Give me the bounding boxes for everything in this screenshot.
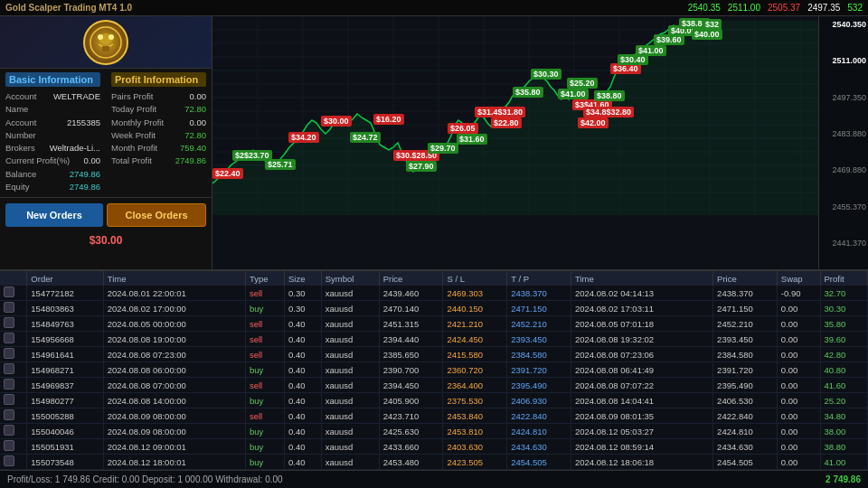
- row-open-time: 2024.08.09 08:00:00: [103, 424, 245, 439]
- row-profit: 25.20: [820, 393, 867, 408]
- row-sl: 2440.150: [443, 301, 507, 316]
- row-size: 0.40: [284, 332, 321, 347]
- today-profit-row: Today Profit 72.80: [111, 103, 206, 116]
- row-icon: [0, 332, 27, 347]
- row-close-price: 2454.505: [713, 455, 778, 470]
- row-type: sell: [245, 316, 284, 332]
- row-size: 0.40: [284, 316, 321, 332]
- col-icon: [0, 271, 27, 286]
- row-tp: 2406.930: [507, 393, 571, 408]
- table-row[interactable]: 155073548 2024.08.12 18:00:01 buy 0.40 x…: [0, 455, 868, 470]
- info-panels: Basic Information Account Name WELTRADE …: [0, 69, 212, 198]
- row-sl: 2469.303: [443, 286, 507, 301]
- row-profit: 41.00: [820, 455, 867, 470]
- status-bar: Profit/Loss: 1 749.86 Credit: 0.00 Depos…: [0, 470, 868, 488]
- basic-info-header: Basic Information: [5, 72, 100, 87]
- col-size: Size: [284, 271, 321, 286]
- row-close-price: 2422.840: [713, 408, 778, 424]
- axis-price: 2469.880: [821, 165, 866, 174]
- row-symbol: xauusd: [321, 439, 379, 455]
- table-row[interactable]: 155051931 2024.08.12 09:00:01 buy 0.40 x…: [0, 439, 868, 455]
- col-open-time: Time: [103, 271, 245, 286]
- row-icon: [0, 455, 27, 470]
- row-open-price: 2453.480: [379, 455, 443, 470]
- row-symbol: xauusd: [321, 424, 379, 439]
- table-row[interactable]: 154969837 2024.08.08 07:00:00 sell 0.40 …: [0, 378, 868, 393]
- table-row[interactable]: 154849763 2024.08.05 00:00:00 sell 0.40 …: [0, 316, 868, 332]
- pairs-profit-row: Pairs Profit 0.00: [111, 90, 206, 103]
- row-swap: 0.00: [777, 393, 820, 408]
- price-4: 2497.35: [807, 3, 840, 13]
- row-swap: 0.00: [777, 347, 820, 362]
- row-icon: [0, 424, 27, 439]
- row-close-price: 2384.580: [713, 347, 778, 362]
- row-symbol: xauusd: [321, 316, 379, 332]
- table-row[interactable]: 154968271 2024.08.08 06:00:00 buy 0.40 x…: [0, 362, 868, 378]
- row-type: buy: [245, 393, 284, 408]
- row-type: buy: [245, 455, 284, 470]
- row-sl: 2424.450: [443, 332, 507, 347]
- table-row[interactable]: 154803863 2024.08.02 17:00:00 buy 0.30 x…: [0, 301, 868, 316]
- row-symbol: xauusd: [321, 347, 379, 362]
- col-tp: T / P: [507, 271, 571, 286]
- row-symbol: xauusd: [321, 393, 379, 408]
- col-type: Type: [245, 271, 284, 286]
- table-row[interactable]: 155005288 2024.08.09 08:00:00 sell 0.40 …: [0, 408, 868, 424]
- col-order: Order: [27, 271, 103, 286]
- table-row[interactable]: 154772182 2024.08.01 22:00:01 sell 0.30 …: [0, 286, 868, 301]
- row-open-time: 2024.08.12 18:00:01: [103, 455, 245, 470]
- table-row[interactable]: 154980277 2024.08.08 14:00:00 buy 0.40 x…: [0, 393, 868, 408]
- new-orders-button[interactable]: New Orders: [5, 203, 103, 227]
- col-swap: Swap: [777, 271, 820, 286]
- table-row[interactable]: 155040046 2024.08.09 08:00:00 buy 0.40 x…: [0, 424, 868, 439]
- row-sl: 2403.630: [443, 439, 507, 455]
- row-open-price: 2433.660: [379, 439, 443, 455]
- row-order: 154968271: [27, 362, 103, 378]
- row-type: sell: [245, 347, 284, 362]
- row-close-time: 2024.08.08 06:41:49: [571, 362, 712, 378]
- row-profit: 38.80: [820, 439, 867, 455]
- row-order: 155051931: [27, 439, 103, 455]
- balance-row: Balance 2749.86: [5, 168, 100, 181]
- row-close-price: 2393.450: [713, 332, 778, 347]
- row-open-price: 2385.650: [379, 347, 443, 362]
- price-1: 2540.35: [688, 3, 721, 13]
- row-sl: 2415.580: [443, 347, 507, 362]
- row-icon: [0, 439, 27, 455]
- row-open-time: 2024.08.08 19:00:00: [103, 332, 245, 347]
- trade-tbody: 154772182 2024.08.01 22:00:01 sell 0.30 …: [0, 286, 868, 470]
- row-order: 154849763: [27, 316, 103, 332]
- row-close-time: 2024.08.02 17:03:11: [571, 301, 712, 316]
- close-orders-button[interactable]: Close Orders: [107, 203, 206, 227]
- row-open-time: 2024.08.02 17:00:00: [103, 301, 245, 316]
- row-open-time: 2024.08.08 06:00:00: [103, 362, 245, 378]
- row-close-price: 2434.630: [713, 439, 778, 455]
- row-type: sell: [245, 378, 284, 393]
- row-sl: 2453.840: [443, 408, 507, 424]
- row-close-time: 2024.08.12 05:03:27: [571, 424, 712, 439]
- row-tp: 2452.210: [507, 316, 571, 332]
- row-size: 0.40: [284, 408, 321, 424]
- trades-table-area: Order Time Type Size Symbol Price S / L …: [0, 269, 868, 470]
- price-display: 2540.35 2511.00 2505.37 2497.35 532: [688, 3, 863, 13]
- row-tp: 2395.490: [507, 378, 571, 393]
- trade-table: Order Time Type Size Symbol Price S / L …: [0, 271, 868, 470]
- row-close-price: 2452.210: [713, 316, 778, 332]
- row-swap: 0.00: [777, 424, 820, 439]
- table-row[interactable]: 154961641 2024.08.08 07:23:00 sell 0.40 …: [0, 347, 868, 362]
- current-profit-row: Current Profit(%) 0.00: [5, 155, 100, 167]
- table-scroll[interactable]: Order Time Type Size Symbol Price S / L …: [0, 271, 868, 470]
- row-size: 0.30: [284, 286, 321, 301]
- row-close-time: 2024.08.08 14:04:41: [571, 393, 712, 408]
- row-order: 154980277: [27, 393, 103, 408]
- basic-info-panel: Basic Information Account Name WELTRADE …: [0, 69, 106, 197]
- row-tp: 2424.810: [507, 424, 571, 439]
- row-symbol: xauusd: [321, 301, 379, 316]
- row-close-time: 2024.08.09 08:01:35: [571, 408, 712, 424]
- row-open-price: 2394.440: [379, 332, 443, 347]
- row-tp: 2422.840: [507, 408, 571, 424]
- row-close-time: 2024.08.08 07:23:06: [571, 347, 712, 362]
- row-type: sell: [245, 408, 284, 424]
- table-row[interactable]: 154956668 2024.08.08 19:00:00 sell 0.40 …: [0, 332, 868, 347]
- row-tp: 2438.370: [507, 286, 571, 301]
